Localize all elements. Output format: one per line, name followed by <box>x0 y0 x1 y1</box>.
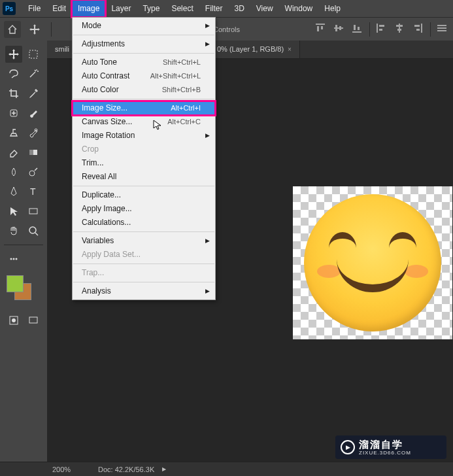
zoom-level[interactable]: 200% <box>52 466 98 473</box>
menu-separator <box>73 264 214 264</box>
menu-view[interactable]: View <box>250 0 279 17</box>
pen-tool[interactable] <box>5 183 22 200</box>
zoom-tool[interactable] <box>25 222 42 239</box>
color-swatches[interactable] <box>7 275 41 301</box>
align-vcenter-icon[interactable] <box>333 22 346 35</box>
svg-point-30 <box>10 258 12 260</box>
status-bar: 200% Doc: 42.2K/56.3K ▶ <box>0 462 453 476</box>
svg-rect-0 <box>316 24 325 25</box>
distribute-icon[interactable] <box>436 22 449 35</box>
watermark-subtitle: ZIXUE.3D66.COM <box>359 450 411 456</box>
menu-item-duplicate[interactable]: Duplicate... <box>73 188 215 202</box>
separator <box>51 22 52 37</box>
menu-file[interactable]: File <box>22 0 46 17</box>
menu-item-variables[interactable]: Variables▶ <box>73 234 215 248</box>
type-tool[interactable]: T <box>25 183 42 200</box>
move-tool-icon[interactable] <box>29 24 43 35</box>
doc-tab-label-right: 0% (Layer 1, RGB/8) <box>217 41 284 58</box>
eraser-tool[interactable] <box>5 144 22 161</box>
menu-item-image-rotation[interactable]: Image Rotation▶ <box>73 129 215 143</box>
menu-item-calculations[interactable]: Calculations... <box>73 216 215 230</box>
menu-item-label: Apply Image... <box>82 202 132 216</box>
align-right-icon[interactable] <box>412 22 425 35</box>
align-hcenter-icon[interactable] <box>394 22 407 35</box>
gradient-tool[interactable] <box>25 144 42 161</box>
menu-item-label: Duplicate... <box>82 188 121 202</box>
dodge-tool[interactable] <box>25 163 42 180</box>
menu-image[interactable]: Image <box>72 0 105 17</box>
menu-item-auto-contrast[interactable]: Auto ContrastAlt+Shift+Ctrl+L <box>73 69 215 83</box>
menu-type[interactable]: Type <box>137 0 165 17</box>
menu-item-canvas-size[interactable]: Canvas Size...Alt+Ctrl+C <box>73 115 215 129</box>
menu-help[interactable]: Help <box>318 0 346 17</box>
svg-rect-18 <box>437 25 446 26</box>
menu-item-image-size[interactable]: Image Size...Alt+Ctrl+I <box>73 101 215 115</box>
menu-item-apply-image[interactable]: Apply Image... <box>73 202 215 216</box>
move-tool[interactable] <box>5 46 22 63</box>
status-more-icon[interactable]: ▶ <box>162 466 166 472</box>
menu-filter[interactable]: Filter <box>199 0 229 17</box>
menu-item-label: Trap... <box>82 266 104 280</box>
menu-item-trim[interactable]: Trim... <box>73 156 215 170</box>
menu-item-shortcut: Shift+Ctrl+L <box>163 56 201 69</box>
menu-3d[interactable]: 3D <box>228 0 250 17</box>
align-bottom-icon[interactable] <box>351 22 364 35</box>
menu-item-label: Analysis <box>82 284 111 298</box>
svg-rect-5 <box>339 26 341 30</box>
close-tab-icon[interactable]: × <box>288 41 292 58</box>
svg-text:T: T <box>30 186 36 197</box>
marquee-tool[interactable] <box>25 46 42 63</box>
document-info[interactable]: Doc: 42.2K/56.3K <box>98 466 154 473</box>
svg-rect-25 <box>29 150 33 155</box>
crop-tool[interactable] <box>5 85 22 102</box>
history-brush-tool[interactable] <box>25 124 42 141</box>
watermark: ▶ 溜溜自学 ZIXUE.3D66.COM <box>335 435 446 459</box>
svg-rect-8 <box>358 27 360 30</box>
menu-select[interactable]: Select <box>165 0 199 17</box>
menu-separator <box>73 282 214 282</box>
separator <box>369 22 370 37</box>
menu-item-auto-tone[interactable]: Auto ToneShift+Ctrl+L <box>73 56 215 69</box>
menu-separator <box>73 53 214 54</box>
lasso-tool[interactable] <box>5 65 22 82</box>
menu-item-label: Canvas Size... <box>82 115 132 129</box>
submenu-arrow-icon: ▶ <box>205 19 210 33</box>
quick-mask-icon[interactable] <box>7 312 21 329</box>
menu-separator <box>73 35 214 35</box>
healing-brush-tool[interactable] <box>5 105 22 122</box>
screen-mode-icon[interactable] <box>26 312 41 329</box>
menu-layer[interactable]: Layer <box>105 0 137 17</box>
menu-item-crop: Crop <box>73 143 215 156</box>
clone-stamp-tool[interactable] <box>5 124 22 141</box>
home-button[interactable] <box>4 21 21 38</box>
menu-item-reveal-all[interactable]: Reveal All <box>73 170 215 184</box>
menu-item-adjustments[interactable]: Adjustments▶ <box>73 37 215 51</box>
menu-item-shortcut: Shift+Ctrl+B <box>162 83 201 97</box>
menu-item-label: Auto Color <box>82 83 119 97</box>
app-logo-text: Ps <box>5 5 13 12</box>
image-canvas[interactable] <box>293 186 452 339</box>
menu-item-auto-color[interactable]: Auto ColorShift+Ctrl+B <box>73 83 215 97</box>
brush-tool[interactable] <box>25 105 42 122</box>
magic-wand-tool[interactable] <box>25 65 42 82</box>
blur-tool[interactable] <box>5 163 22 180</box>
menu-window[interactable]: Window <box>279 0 319 17</box>
menu-item-label: Apply Data Set... <box>82 248 141 262</box>
svg-rect-9 <box>377 24 378 33</box>
menu-item-analysis[interactable]: Analysis▶ <box>73 284 215 298</box>
foreground-color-swatch[interactable] <box>7 275 24 292</box>
eyedropper-tool[interactable] <box>25 85 42 102</box>
menu-item-label: Variables <box>82 234 114 248</box>
menu-separator <box>73 186 214 186</box>
align-left-icon[interactable] <box>375 22 388 35</box>
menu-item-label: Crop <box>82 143 99 156</box>
svg-rect-21 <box>29 50 37 58</box>
submenu-arrow-icon: ▶ <box>205 37 210 51</box>
hand-tool[interactable] <box>5 222 22 239</box>
path-selection-tool[interactable] <box>5 203 22 220</box>
menu-edit[interactable]: Edit <box>46 0 72 17</box>
align-top-icon[interactable] <box>314 22 327 35</box>
edit-toolbar-icon[interactable] <box>5 250 22 267</box>
menu-item-mode[interactable]: Mode▶ <box>73 19 215 33</box>
rectangle-tool[interactable] <box>25 203 42 220</box>
